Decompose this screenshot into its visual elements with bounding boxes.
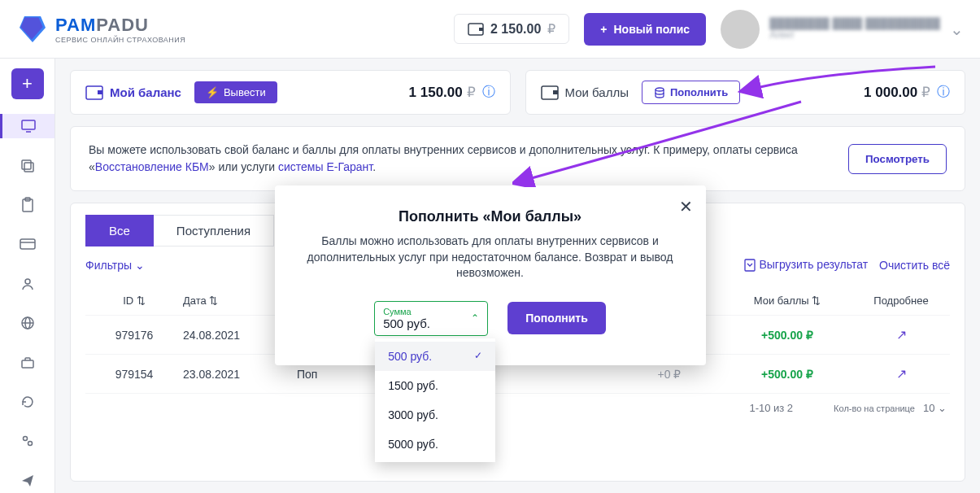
link-kbm[interactable]: Восстановление КБМ xyxy=(95,160,209,173)
sidebar-item-refresh[interactable] xyxy=(11,390,44,414)
amount-dropdown: 500 руб.✓ 1500 руб. 3000 руб. 5000 руб. xyxy=(375,338,495,462)
user-menu[interactable]: ████████ ████ ██████████ Агент ⌄ xyxy=(721,10,964,49)
dropdown-option[interactable]: 500 руб.✓ xyxy=(375,342,495,371)
gear-icon xyxy=(20,434,35,448)
table-footer: 1-10 из 2 Кол-во на странице 10 ⌄ xyxy=(85,394,950,422)
col-more: Подробнее xyxy=(852,294,950,307)
dropdown-option[interactable]: 5000 руб. xyxy=(375,430,495,459)
wallet-icon xyxy=(468,23,484,36)
submit-button[interactable]: Пополнить xyxy=(507,302,606,334)
refresh-icon xyxy=(20,395,35,409)
points-title: Мои баллы xyxy=(565,85,629,99)
info-icon[interactable]: ⓘ xyxy=(937,84,950,101)
points-value: 1 000.00 ₽ xyxy=(864,84,930,101)
col-points[interactable]: Мои баллы ⇅ xyxy=(722,294,852,307)
svg-point-18 xyxy=(28,442,32,446)
header-wallet-currency: ₽ xyxy=(547,21,555,37)
new-policy-label: Новый полис xyxy=(613,23,690,36)
topup-button[interactable]: Пополнить xyxy=(642,81,740,104)
plus-icon: + xyxy=(600,23,607,36)
info-icon[interactable]: ⓘ xyxy=(482,84,495,101)
user-role: Агент xyxy=(769,29,940,41)
clipboard-icon xyxy=(21,197,34,213)
svg-rect-16 xyxy=(22,360,33,368)
file-icon xyxy=(744,259,756,272)
filters-toggle[interactable]: Фильтры ⌄ xyxy=(85,259,145,272)
copy-icon xyxy=(20,159,35,173)
svg-rect-21 xyxy=(98,90,102,94)
col-id[interactable]: ID ⇅ xyxy=(85,294,183,307)
sidebar-item-briefcase[interactable] xyxy=(11,350,44,374)
export-button[interactable]: Выгрузить результат xyxy=(744,258,868,272)
sidebar: + xyxy=(0,59,55,493)
monitor-icon xyxy=(20,119,37,133)
info-banner: Вы можете использовать свой баланс и бал… xyxy=(70,126,965,191)
header-wallet[interactable]: 2 150.00 ₽ xyxy=(454,14,569,44)
external-link-icon[interactable]: ↗ xyxy=(896,367,907,381)
export-label: Выгрузить результат xyxy=(759,258,868,271)
logo[interactable]: PAMPADU СЕРВИС ОНЛАЙН СТРАХОВАНИЯ xyxy=(16,13,185,46)
sidebar-item-user[interactable] xyxy=(11,272,44,296)
logo-icon xyxy=(16,13,49,46)
svg-marker-19 xyxy=(22,475,33,486)
svg-rect-10 xyxy=(20,239,35,249)
svg-point-12 xyxy=(25,279,30,284)
sidebar-item-send[interactable] xyxy=(11,469,44,493)
svg-rect-3 xyxy=(479,28,483,31)
table-range: 1-10 из 2 xyxy=(749,402,793,414)
view-button[interactable]: Посмотреть xyxy=(848,144,947,174)
svg-rect-7 xyxy=(22,160,31,169)
modal-desc: Баллы можно использовать для оплаты внут… xyxy=(303,233,678,281)
balance-card: Мой баланс ⚡ Вывести 1 150.00 ₽ ⓘ xyxy=(70,70,511,115)
globe-icon xyxy=(20,316,35,330)
tab-all[interactable]: Все xyxy=(85,215,154,246)
svg-point-24 xyxy=(656,88,664,91)
topup-label: Пополнить xyxy=(670,86,728,98)
sidebar-item-clipboard[interactable] xyxy=(11,193,44,217)
bolt-icon: ⚡ xyxy=(206,86,219,98)
sidebar-item-monitor[interactable] xyxy=(0,114,54,138)
cell-id: 979176 xyxy=(85,329,183,342)
avatar xyxy=(721,10,760,49)
close-icon[interactable]: ✕ xyxy=(679,197,693,216)
logo-title: PAMPADU xyxy=(55,15,185,36)
sidebar-item-card[interactable] xyxy=(11,232,44,256)
dropdown-option[interactable]: 1500 руб. xyxy=(375,371,495,400)
dropdown-option[interactable]: 3000 руб. xyxy=(375,400,495,430)
points-card: Мои баллы Пополнить 1 000.00 ₽ ⓘ xyxy=(525,70,966,115)
header-wallet-value: 2 150.00 xyxy=(490,22,541,37)
card-icon xyxy=(20,238,36,250)
amount-label: Сумма xyxy=(383,307,479,316)
sidebar-item-globe[interactable] xyxy=(11,311,44,335)
svg-marker-1 xyxy=(20,17,42,39)
svg-rect-23 xyxy=(553,90,558,94)
sidebar-add-button[interactable]: + xyxy=(11,68,44,99)
withdraw-button[interactable]: ⚡ Вывести xyxy=(194,81,277,103)
cell-balance-change: +0 ₽ xyxy=(616,368,722,381)
check-icon: ✓ xyxy=(474,350,482,363)
chevron-down-icon: ⌄ xyxy=(950,20,964,39)
modal-title: Пополнить «Мои баллы» xyxy=(303,208,678,225)
briefcase-icon xyxy=(20,356,35,369)
new-policy-button[interactable]: + Новый полис xyxy=(584,13,706,46)
user-icon xyxy=(20,277,35,291)
clear-button[interactable]: Очистить всё xyxy=(879,259,950,272)
wallet-icon xyxy=(541,85,559,100)
header: PAMPADU СЕРВИС ОНЛАЙН СТРАХОВАНИЯ 2 150.… xyxy=(0,0,980,59)
withdraw-label: Вывести xyxy=(224,86,266,98)
wallet-icon xyxy=(85,85,103,100)
svg-point-17 xyxy=(23,437,27,441)
tab-income[interactable]: Поступления xyxy=(154,215,274,246)
link-egarant[interactable]: системы Е-Гарант xyxy=(278,160,372,173)
stack-icon xyxy=(654,87,665,98)
perpage-select[interactable]: 10 ⌄ xyxy=(923,402,947,414)
topup-modal: ✕ Пополнить «Мои баллы» Баллы можно испо… xyxy=(275,185,706,365)
balance-title: Мой баланс xyxy=(110,85,181,99)
svg-rect-25 xyxy=(745,260,755,271)
sidebar-item-copy[interactable] xyxy=(11,153,44,177)
chevron-up-icon: ⌃ xyxy=(471,312,479,324)
cell-date: 23.08.2021 xyxy=(183,368,297,381)
sidebar-item-settings[interactable] xyxy=(11,429,44,453)
external-link-icon[interactable]: ↗ xyxy=(896,328,907,342)
amount-select[interactable]: Сумма 500 руб. ⌃ 500 руб.✓ 1500 руб. 300… xyxy=(374,301,488,336)
